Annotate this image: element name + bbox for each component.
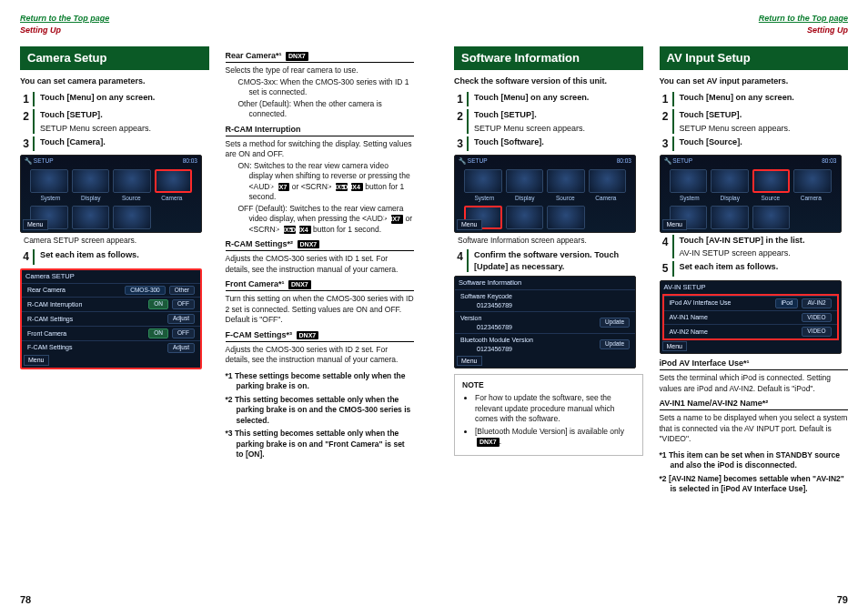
chip-ipod[interactable]: iPod bbox=[775, 298, 798, 308]
camera-defs-column: Rear Camera*¹ DNX7 Selects the type of r… bbox=[226, 46, 415, 605]
update-button[interactable]: Update bbox=[600, 318, 630, 328]
camera-setup-column: Camera Setup You can set camera paramete… bbox=[20, 46, 209, 605]
page-header: Return to the Top page Setting Up bbox=[454, 13, 848, 35]
camera-step4: Set each item as follows. bbox=[40, 249, 209, 260]
camera-step3: Touch [Camera]. bbox=[40, 136, 209, 147]
avin-setup-listscreen: AV-IN SETUP iPod AV Interface Use iPod A… bbox=[660, 280, 842, 354]
camera-footnotes: *1 These settings become settable only w… bbox=[226, 371, 415, 460]
tile-avout[interactable] bbox=[113, 206, 151, 229]
software-info-listscreen: Software Information Software Keycode 01… bbox=[454, 276, 636, 369]
av-footnotes: *1 This item can be set when in STANDBY … bbox=[660, 450, 849, 495]
chip-fcam-off[interactable]: OFF bbox=[172, 328, 195, 338]
tile-source[interactable] bbox=[113, 169, 151, 193]
menu-tag[interactable]: Menu bbox=[23, 219, 48, 229]
page-header: Return to the Top page Setting Up bbox=[20, 13, 414, 35]
tile-navigation[interactable] bbox=[72, 206, 110, 229]
return-link[interactable]: Return to the Top page bbox=[20, 13, 109, 24]
update-button-bt[interactable]: Update bbox=[600, 339, 630, 349]
page-78: Return to the Top page Setting Up Camera… bbox=[0, 0, 434, 616]
software-column: Software Information Check the software … bbox=[454, 46, 643, 605]
chip-rcam-adjust[interactable]: Adjust bbox=[167, 314, 195, 324]
tile-source[interactable] bbox=[752, 169, 791, 193]
camera-step2: Touch [SETUP]. bbox=[40, 109, 209, 120]
camera-title: Camera Setup bbox=[20, 46, 209, 70]
menu-tag[interactable]: Menu bbox=[24, 355, 49, 365]
camera-step1: Touch [Menu] on any screen. bbox=[40, 92, 209, 103]
header-section: Setting Up bbox=[807, 25, 848, 35]
av-input-column: AV Input Setup You can set AV input para… bbox=[660, 46, 849, 605]
camera-setup-listscreen: Camera SETUP Rear Camera CMOS-300 Other … bbox=[20, 268, 202, 369]
return-link[interactable]: Return to the Top page bbox=[759, 13, 848, 24]
setup-screen-software: 🔧 SETUP80:03 SystemDisplay SourceCamera bbox=[454, 155, 636, 233]
chip-rcam-on[interactable]: ON bbox=[148, 299, 168, 309]
tile-display[interactable] bbox=[72, 169, 110, 193]
software-lead: Check the software version of this unit. bbox=[454, 76, 643, 86]
setup-screen-camera: 🔧 SETUP80:03 SystemDisplay SourceCamera bbox=[20, 155, 202, 233]
chip-avin2[interactable]: AV-IN2 bbox=[802, 298, 831, 308]
chip-other[interactable]: Other bbox=[169, 286, 195, 296]
page-number-79: 79 bbox=[837, 593, 848, 607]
manual-spread: Return to the Top page Setting Up Camera… bbox=[0, 0, 868, 616]
software-note: NOTE For how to update the software, see… bbox=[454, 374, 643, 456]
camera-step2-desc: SETUP Menu screen appears. bbox=[40, 123, 209, 134]
tile-system[interactable] bbox=[30, 169, 68, 193]
page-79: Return to the Top page Setting Up Softwa… bbox=[434, 0, 868, 616]
page-number-78: 78 bbox=[20, 593, 31, 607]
camera-caption: Camera SETUP screen appears. bbox=[24, 236, 209, 246]
chip-fcam-adjust[interactable]: Adjust bbox=[167, 343, 195, 353]
chip-avin2-name[interactable]: VIDEO bbox=[802, 327, 831, 337]
chip-fcam-on[interactable]: ON bbox=[148, 328, 168, 338]
chip-avin1-name[interactable]: VIDEO bbox=[802, 313, 831, 323]
camera-lead: You can set camera parameters. bbox=[20, 76, 209, 86]
chip-cmos300[interactable]: CMOS-300 bbox=[125, 286, 166, 296]
chip-rcam-off[interactable]: OFF bbox=[172, 299, 195, 309]
header-section: Setting Up bbox=[20, 25, 61, 35]
tile-camera[interactable] bbox=[155, 169, 193, 193]
av-title: AV Input Setup bbox=[660, 46, 849, 70]
software-title: Software Information bbox=[454, 46, 643, 70]
setup-screen-source: 🔧 SETUP80:03 SystemDisplay SourceCamera bbox=[660, 155, 842, 233]
